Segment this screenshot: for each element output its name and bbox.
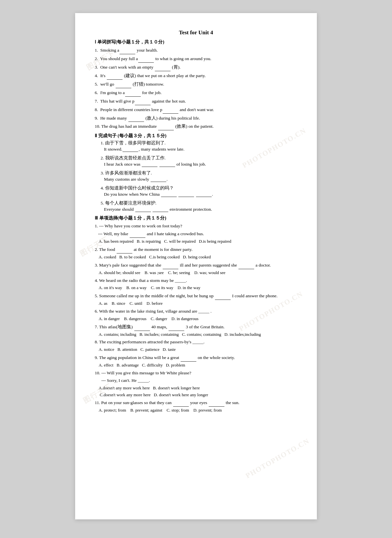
q3-3-options: A. should be; should see B. was ;see C. … [99, 269, 297, 276]
blank [128, 114, 144, 122]
q3-2: 2. The food at the moment is for dinner … [95, 246, 297, 253]
blank [173, 399, 189, 407]
q3-3: 3. Mary's pale face suggested that she i… [95, 261, 297, 269]
q3-9-options: A. effect B. advantage C. difficulty D. … [99, 362, 297, 369]
q2-1: 1. 由于下雪，很多同学都迟到了. It snowed. , many stud… [95, 140, 297, 152]
q3-1-options: A. has been repaired B. is repairing C. … [99, 238, 297, 245]
q2-4-chinese: 4. 你知道新中国什么时候成立的吗？ [101, 185, 297, 191]
q3-6-options: A. in danger B. dangerous C. danger D. i… [99, 316, 297, 322]
q2-3-english: Many customs are slowly . [101, 176, 297, 182]
q3-1-num: 1. --- Why have you come to work on foot… [95, 223, 182, 228]
exam-title: Test for Unit 4 [95, 29, 297, 36]
blank [135, 97, 151, 105]
section3-header: Ⅲ 单项选择(每小题１分，共１５分) [95, 215, 297, 221]
q1-7: 7. This hat will give p against the hot … [95, 97, 297, 105]
blank [155, 63, 171, 71]
blank [181, 354, 196, 362]
q2-1-chinese: 1. 由于下雪，很多同学都迟到了. [101, 140, 297, 146]
blank [142, 161, 157, 167]
section2-header: Ⅱ 完成句子 (每小题３分，共１５分) [95, 133, 297, 139]
q2-3: 3. 许多风俗渐渐都没有了. Many customs are slowly . [95, 170, 297, 182]
q1-4: 4. It's (建议) that we put on a short play… [95, 72, 297, 80]
q2-1-english: It snowed. , many students were late. [101, 146, 297, 152]
exam-page: 图行天下 PHOTOPHOTO.CN 图行天下 PHOTOPHOTO.CN 图行… [75, 13, 317, 519]
q1-2: 2. You should pay full a to what is goin… [95, 55, 297, 63]
q3-5: 5. Someone called me up in the middle of… [95, 292, 297, 300]
q3-2-options: A. cooked B. to be cooked C.is being coo… [99, 254, 297, 261]
blank [163, 261, 178, 269]
q2-2: 2. 我听说杰克普经差点丢了工作. I hear Jack once was o… [95, 155, 297, 167]
q3-1: 1. --- Why have you come to work on foot… [95, 222, 297, 238]
q2-4-english: Do you know when New China . [101, 191, 297, 197]
q1-3: 3. One can't work with an empty (胃). [95, 63, 297, 71]
blank [238, 261, 254, 269]
q3-10: 10. --- Will you give this message to Mr… [95, 369, 297, 384]
blank [107, 72, 122, 80]
section2-questions: 1. 由于下雪，很多同学都迟到了. It snowed. , many stud… [95, 140, 297, 212]
blank [116, 80, 131, 88]
section1-header: Ⅰ 单词拼写(每小题１分，共１０分) [95, 39, 297, 45]
q1-10: 10. The drug has had an immediate (效果) o… [95, 122, 297, 130]
q3-7-options: A. contains; including B. includes; cont… [99, 331, 297, 338]
blank [158, 122, 174, 130]
blank [169, 323, 184, 331]
blank [117, 246, 132, 253]
blank [159, 161, 175, 167]
q2-3-chinese: 3. 许多风俗渐渐都没有了. [101, 170, 297, 176]
blank [125, 89, 141, 97]
q2-5-chinese: 5. 每个人都要注意环境保护. [101, 200, 297, 206]
blank [120, 46, 135, 54]
q2-5-english: Everyone should environment protection. [101, 206, 297, 212]
q3-9: 9. The aging population in China will be… [95, 354, 297, 362]
blank [209, 399, 224, 407]
q3-5-options: A. as B. since C. until D. before [99, 300, 297, 307]
q3-7: 7. This atlas(地图集) 40 maps, 3 of the Gre… [95, 323, 297, 331]
q2-5: 5. 每个人都要注意环境保护. Everyone should environm… [95, 200, 297, 212]
q2-2-chinese: 2. 我听说杰克普经差点丢了工作. [101, 155, 297, 161]
q3-6: 6. With the water in the lake rising fas… [95, 308, 297, 315]
q3-11-options: A. protect; from B. prevent; against C. … [99, 407, 297, 414]
blank [135, 206, 151, 212]
q3-11: 11. Put on your sun-glasses so that they… [95, 399, 297, 407]
section1-questions: 1. Smoking a your health. 2. You should … [95, 46, 297, 130]
q3-4-options: A. on it's way B. on a way C. on its way… [99, 285, 297, 291]
q2-4: 4. 你知道新中国什么时候成立的吗？ Do you know when New … [95, 185, 297, 197]
blank [151, 176, 166, 182]
q3-8: 8. The exciting performances attracted t… [95, 338, 297, 346]
q1-5: 5. we'll go (打猎) tomorrow. [95, 80, 297, 88]
q3-4: 4. We heard on the radio that a storm ma… [95, 277, 297, 285]
q2-2-english: I hear Jack once was of losing his job. [101, 161, 297, 167]
blank [215, 292, 231, 300]
q1-9: 9. He made many (敌人) during his politica… [95, 114, 297, 122]
q1-8: 8. People in different countries love p … [95, 106, 297, 114]
blank [196, 191, 212, 197]
q1-1: 1. Smoking a your health. [95, 46, 297, 54]
q3-10-options: A.doesn't any more work here B. doesn't … [99, 385, 297, 399]
blank [122, 146, 138, 152]
q1-6: 6. I'm going to a for the job. [95, 89, 297, 97]
q3-8-options: A. notice B. attention C. patience D. ta… [99, 346, 297, 353]
blank [163, 106, 178, 114]
blank [138, 55, 154, 63]
watermark-6: PHOTOPHOTO.CN [244, 436, 311, 480]
blank [161, 191, 177, 197]
blank [153, 206, 168, 212]
blank [130, 230, 145, 238]
blank [178, 191, 194, 197]
blank [134, 323, 150, 331]
